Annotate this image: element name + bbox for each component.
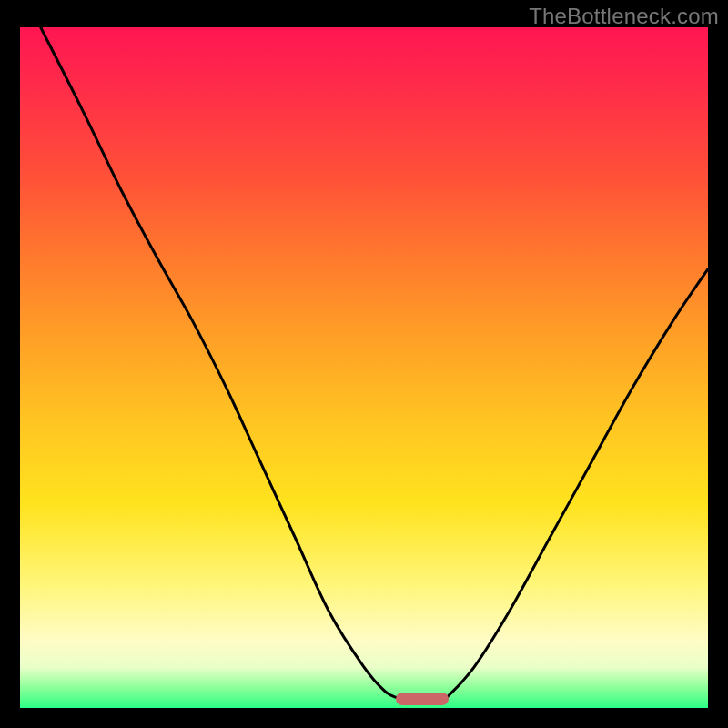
- plot-area: [20, 27, 708, 708]
- watermark-text: TheBottleneck.com: [529, 4, 719, 29]
- curve-right-branch: [447, 269, 708, 698]
- chart-frame: TheBottleneck.com: [0, 0, 728, 728]
- optimal-marker: [396, 693, 449, 705]
- curve-left-branch: [41, 27, 398, 698]
- bottleneck-curve: [20, 27, 708, 708]
